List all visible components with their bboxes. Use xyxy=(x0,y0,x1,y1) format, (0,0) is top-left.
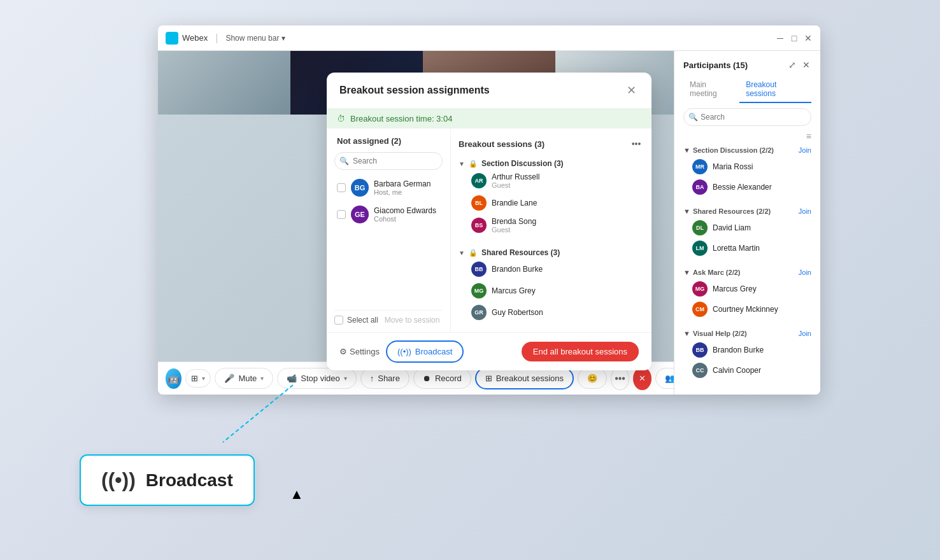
settings-button[interactable]: ⚙ Settings xyxy=(339,347,380,356)
title-divider: | xyxy=(215,32,218,44)
video-layout-icon: ⊞ xyxy=(191,374,198,383)
minimize-button[interactable]: ─ xyxy=(776,34,785,43)
avatar-giacomo: GE xyxy=(351,206,369,223)
mute-icon: 🎤 xyxy=(224,374,234,383)
not-assigned-panel: Not assigned (2) 🔍 BG Barbara German xyxy=(327,129,451,332)
person-role-giacomo: Cohost xyxy=(374,215,440,223)
video-layout-caret: ▾ xyxy=(202,375,205,382)
not-assigned-footer: Select all Move to session xyxy=(334,310,443,325)
stop-video-caret: ▾ xyxy=(344,375,347,382)
maximize-button[interactable]: □ xyxy=(790,34,799,43)
participants-title: Participants (15) xyxy=(683,60,748,70)
record-icon: ⏺ xyxy=(423,374,431,383)
cursor: ▲ xyxy=(290,486,304,503)
app-logo: Webex xyxy=(166,32,208,45)
record-button[interactable]: ⏺ Record xyxy=(413,368,471,389)
window-controls: ─ □ ✕ xyxy=(776,34,813,43)
participant-name-brandon-burke-2: Brandon Burke xyxy=(713,346,764,354)
select-all-checkbox[interactable] xyxy=(334,316,343,325)
session-group-2-header: ▼ 🔒 Shared Resources (3) xyxy=(459,246,644,260)
timer-text: Breakout session time: 3:04 xyxy=(350,114,452,123)
session-group-2: ▼ 🔒 Shared Resources (3) BB Brandon Burk… xyxy=(459,246,644,322)
breakout-sessions-title: Breakout sessions (3) xyxy=(459,139,545,149)
stop-video-button[interactable]: 📹 Stop video ▾ xyxy=(277,368,356,389)
modal-title: Breakout session assignments xyxy=(339,85,490,96)
group-title-4: ▼ Visual Help (2/2) xyxy=(683,330,747,337)
end-call-icon: ✕ xyxy=(639,374,646,383)
breakout-panel-header: Breakout sessions (3) ••• xyxy=(459,136,644,151)
session-person-marcus: MG Marcus Grey xyxy=(471,281,644,300)
close-button[interactable]: ✕ xyxy=(804,34,813,43)
mute-button[interactable]: 🎤 Mute ▾ xyxy=(215,368,273,389)
emoji-button[interactable]: 😊 xyxy=(578,368,607,389)
main-content: Breakout session assignments ✕ ⏱ Breakou… xyxy=(158,115,820,361)
join-visual-help-button[interactable]: Join xyxy=(799,330,811,337)
share-icon: ↑ xyxy=(370,374,374,383)
broadcast-icon: ((•)) xyxy=(397,347,411,356)
person-checkbox-1[interactable] xyxy=(337,183,346,192)
lock-icon-1: 🔒 xyxy=(469,160,478,168)
broadcast-tooltip-label: Broadcast xyxy=(146,470,233,491)
session-person-brandon: BB Brandon Burke xyxy=(471,260,644,279)
session-person-arthur: AR Arthur Russell Guest xyxy=(471,171,644,191)
breakout-more-button[interactable]: ••• xyxy=(629,136,644,151)
not-assigned-title: Not assigned (2) xyxy=(334,136,443,146)
person-detail-arthur: Arthur Russell Guest xyxy=(492,172,539,189)
end-all-breakout-sessions-button[interactable]: End all breakout sessions xyxy=(522,342,639,361)
menu-bar-chevron-icon: ▾ xyxy=(281,34,285,43)
session-group-2-name: Shared Resources (3) xyxy=(481,248,560,257)
title-bar: Webex | Show menu bar ▾ ─ □ ✕ xyxy=(158,25,820,51)
close-panel-button[interactable]: ✕ xyxy=(801,59,811,71)
session-group-1-name: Section Discussion (3) xyxy=(481,159,564,168)
select-all-label: Select all xyxy=(347,316,378,325)
modal-close-button[interactable]: ✕ xyxy=(623,83,639,98)
broadcast-tooltip-icon: ((•)) xyxy=(101,468,136,492)
menu-bar-toggle[interactable]: Show menu bar ▾ xyxy=(225,34,285,43)
search-icon: 🔍 xyxy=(339,157,349,165)
breakout-sessions-button[interactable]: ⊞ Breakout sessions xyxy=(475,367,574,389)
avatar-bot: 🤖 xyxy=(166,368,182,389)
person-info-giacomo: Giacomo Edwards Cohost xyxy=(374,206,440,223)
participant-group-header-4: ▼ Visual Help (2/2) Join xyxy=(683,327,811,340)
person-name-giacomo: Giacomo Edwards xyxy=(374,206,440,215)
person-checkbox-2[interactable] xyxy=(337,210,346,219)
person-item-2: GE Giacomo Edwards Cohost xyxy=(334,203,443,226)
person-name-guy: Guy Robertson xyxy=(492,308,543,317)
tab-breakout-sessions[interactable]: Breakout sessions xyxy=(739,76,811,103)
video-icon: 📹 xyxy=(287,374,297,383)
search-input[interactable] xyxy=(334,152,443,170)
session-person-brandie: BL Brandie Lane xyxy=(471,193,644,213)
avatar-barbara: BG xyxy=(351,179,369,197)
app-title: Webex xyxy=(182,33,208,43)
avatar-arthur: AR xyxy=(471,173,487,188)
participant-item: BB Brandon Burke xyxy=(683,340,811,360)
broadcast-button[interactable]: ((•)) Broadcast xyxy=(386,340,464,363)
tab-main-meeting[interactable]: Main meeting xyxy=(683,76,739,103)
avatar-brandon-burke-2: BB xyxy=(692,342,708,358)
video-layout-button[interactable]: ⊞ ▾ xyxy=(185,369,211,388)
session-group-1: ▼ 🔒 Section Discussion (3) AR Arthur Rus… xyxy=(459,157,644,235)
avatar-calvin: CC xyxy=(692,363,708,378)
modal-actions: ⚙ Settings ((•)) Broadcast End all break… xyxy=(327,332,652,370)
breakout-sessions-panel: Breakout sessions (3) ••• ▼ 🔒 Section Di… xyxy=(451,129,652,332)
person-item: BG Barbara German Host, me xyxy=(334,176,443,199)
chevron-down-icon: ▼ xyxy=(459,160,465,167)
modal-header: Breakout session assignments ✕ xyxy=(327,73,652,109)
modal-overlay: Breakout session assignments ✕ ⏱ Breakou… xyxy=(158,115,820,328)
app-window: Webex | Show menu bar ▾ ─ □ ✕ ⊞ Layout xyxy=(158,25,820,395)
right-panel-controls: ⤢ ✕ xyxy=(787,59,811,71)
person-name-marcus: Marcus Grey xyxy=(492,286,536,295)
move-to-session-button[interactable]: Move to session xyxy=(385,316,440,325)
session-person-brenda: BS Brenda Song Guest xyxy=(471,215,644,235)
person-name-brenda: Brenda Song xyxy=(492,217,536,226)
mute-caret: ▾ xyxy=(260,375,264,382)
session-group-2-persons: BB Brandon Burke MG Marcus Grey GR Guy R… xyxy=(459,260,644,322)
video-thumb-1 xyxy=(158,51,290,115)
share-button[interactable]: ↑ Share xyxy=(360,368,409,389)
timer-bar: ⏱ Breakout session time: 3:04 xyxy=(327,109,652,129)
breakout-sessions-icon: ⊞ xyxy=(485,374,492,383)
pop-out-button[interactable]: ⤢ xyxy=(787,59,797,71)
webex-logo-icon xyxy=(166,32,178,45)
settings-icon: ⚙ xyxy=(339,347,347,356)
session-person-guy: GR Guy Robertson xyxy=(471,303,644,322)
